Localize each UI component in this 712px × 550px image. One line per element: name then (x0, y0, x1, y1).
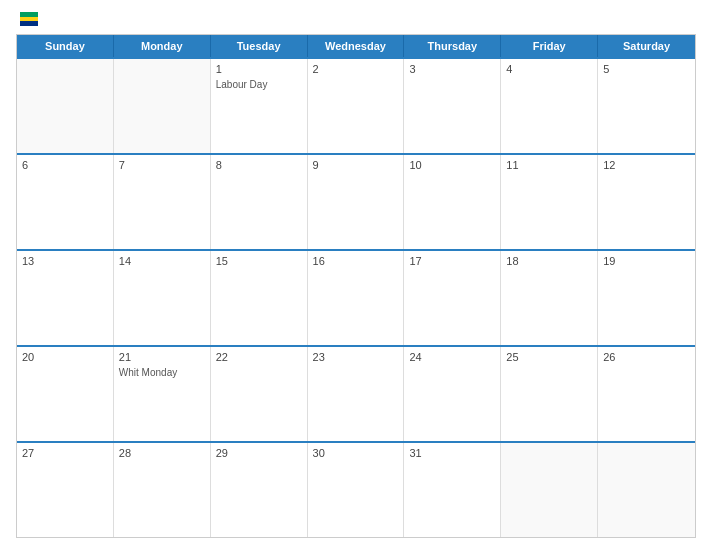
col-thursday: Thursday (404, 35, 501, 57)
table-row (598, 443, 695, 537)
table-row: 23 (308, 347, 405, 441)
calendar-header: Sunday Monday Tuesday Wednesday Thursday… (17, 35, 695, 57)
day-number: 29 (216, 447, 302, 459)
day-number: 28 (119, 447, 205, 459)
calendar-week-3: 13141516171819 (17, 249, 695, 345)
table-row: 7 (114, 155, 211, 249)
day-number: 10 (409, 159, 495, 171)
table-row: 3 (404, 59, 501, 153)
day-number: 14 (119, 255, 205, 267)
table-row: 24 (404, 347, 501, 441)
calendar-body: 1Labour Day23456789101112131415161718192… (17, 57, 695, 537)
table-row: 2 (308, 59, 405, 153)
table-row: 16 (308, 251, 405, 345)
day-number: 5 (603, 63, 690, 75)
col-sunday: Sunday (17, 35, 114, 57)
calendar-week-4: 2021Whit Monday2223242526 (17, 345, 695, 441)
day-number: 7 (119, 159, 205, 171)
day-number: 15 (216, 255, 302, 267)
day-number: 4 (506, 63, 592, 75)
day-number: 31 (409, 447, 495, 459)
day-number: 21 (119, 351, 205, 363)
page: Sunday Monday Tuesday Wednesday Thursday… (0, 0, 712, 550)
day-number: 6 (22, 159, 108, 171)
table-row: 5 (598, 59, 695, 153)
day-number: 16 (313, 255, 399, 267)
day-number: 17 (409, 255, 495, 267)
table-row: 6 (17, 155, 114, 249)
table-row: 25 (501, 347, 598, 441)
table-row (501, 443, 598, 537)
day-number: 22 (216, 351, 302, 363)
table-row: 26 (598, 347, 695, 441)
holiday-label: Whit Monday (119, 367, 205, 378)
col-friday: Friday (501, 35, 598, 57)
day-number: 9 (313, 159, 399, 171)
day-number: 30 (313, 447, 399, 459)
day-number: 23 (313, 351, 399, 363)
day-number: 11 (506, 159, 592, 171)
header (16, 12, 696, 26)
table-row: 27 (17, 443, 114, 537)
table-row: 15 (211, 251, 308, 345)
table-row: 17 (404, 251, 501, 345)
day-number: 24 (409, 351, 495, 363)
day-number: 27 (22, 447, 108, 459)
day-number: 12 (603, 159, 690, 171)
table-row: 9 (308, 155, 405, 249)
table-row: 30 (308, 443, 405, 537)
logo (16, 12, 38, 26)
day-number: 3 (409, 63, 495, 75)
table-row: 11 (501, 155, 598, 249)
day-number: 1 (216, 63, 302, 75)
col-monday: Monday (114, 35, 211, 57)
table-row (114, 59, 211, 153)
table-row: 19 (598, 251, 695, 345)
day-number: 19 (603, 255, 690, 267)
table-row: 28 (114, 443, 211, 537)
calendar-week-1: 1Labour Day2345 (17, 57, 695, 153)
day-number: 2 (313, 63, 399, 75)
day-number: 13 (22, 255, 108, 267)
table-row: 13 (17, 251, 114, 345)
table-row: 14 (114, 251, 211, 345)
day-number: 25 (506, 351, 592, 363)
table-row: 21Whit Monday (114, 347, 211, 441)
calendar-week-2: 6789101112 (17, 153, 695, 249)
table-row (17, 59, 114, 153)
col-wednesday: Wednesday (308, 35, 405, 57)
day-number: 18 (506, 255, 592, 267)
table-row: 1Labour Day (211, 59, 308, 153)
day-number: 20 (22, 351, 108, 363)
table-row: 22 (211, 347, 308, 441)
table-row: 8 (211, 155, 308, 249)
table-row: 10 (404, 155, 501, 249)
calendar-week-5: 2728293031 (17, 441, 695, 537)
day-number: 8 (216, 159, 302, 171)
table-row: 18 (501, 251, 598, 345)
col-tuesday: Tuesday (211, 35, 308, 57)
logo-flag (20, 12, 38, 26)
col-saturday: Saturday (598, 35, 695, 57)
table-row: 12 (598, 155, 695, 249)
day-number: 26 (603, 351, 690, 363)
table-row: 20 (17, 347, 114, 441)
calendar: Sunday Monday Tuesday Wednesday Thursday… (16, 34, 696, 538)
holiday-label: Labour Day (216, 79, 302, 90)
table-row: 4 (501, 59, 598, 153)
table-row: 29 (211, 443, 308, 537)
table-row: 31 (404, 443, 501, 537)
